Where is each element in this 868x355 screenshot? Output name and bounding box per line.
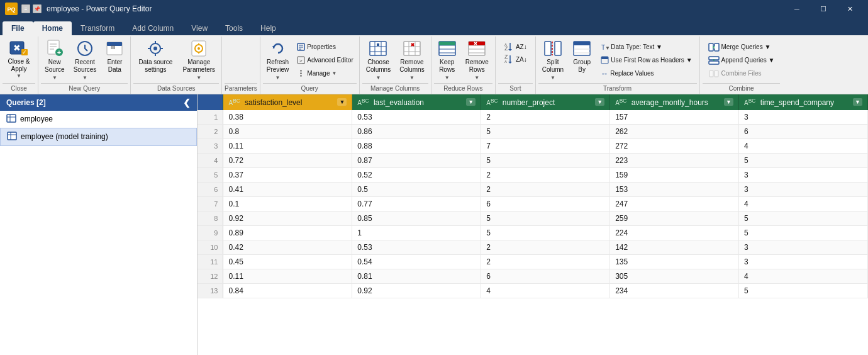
svg-text:✓: ✓ <box>22 49 27 55</box>
sidebar-collapse-button[interactable]: ❮ <box>183 98 191 108</box>
manage-button[interactable]: Manage ▼ <box>294 68 356 79</box>
new-source-button[interactable]: + NewSource ▼ <box>41 38 69 83</box>
properties-button[interactable]: Properties <box>294 42 356 52</box>
svg-marker-69 <box>508 62 512 64</box>
col-dropdown-num-project[interactable]: ▼ <box>595 98 604 106</box>
minimize-button[interactable]: ─ <box>784 0 810 18</box>
table-cell: 4 <box>739 269 868 283</box>
table-row: 110.450.5421353 <box>198 254 868 269</box>
group-by-button[interactable]: GroupBy <box>569 38 595 83</box>
col-dropdown-satisfaction[interactable]: ▼ <box>337 98 347 106</box>
table-cell: 0.38 <box>223 110 352 125</box>
ribbon-group-datasources: Data source settings ManageParameters ▼ … <box>131 37 222 94</box>
use-first-row-label: Use First Row as Headers ▼ <box>611 57 692 64</box>
col-header-last-eval[interactable]: ABC last_evaluation ▼ <box>352 94 481 110</box>
table-cell: 0.42 <box>223 240 352 254</box>
col-header-satisfaction[interactable]: ABC satisfaction_level ▼ <box>223 94 352 110</box>
sort-descending-button[interactable]: Z A ZA↓ <box>501 53 530 65</box>
query-item-employee-model[interactable]: employee (model training) <box>0 128 197 146</box>
refresh-preview-button[interactable]: RefreshPreview ▼ <box>263 38 293 83</box>
table-row: 90.89152245 <box>198 225 868 240</box>
table-cell: 0.5 <box>352 182 481 196</box>
pin-btn[interactable]: 📌 <box>33 4 42 13</box>
split-column-button[interactable]: SplitColumn ▼ <box>538 38 567 83</box>
table-cell: 0.41 <box>223 182 352 196</box>
table-cell: 6 <box>739 124 868 138</box>
row-number: 13 <box>198 283 223 298</box>
ribbon-tabs: File Home Transform Add Column View Tool… <box>0 18 868 35</box>
ribbon-group-query: RefreshPreview ▼ Properties >_ Advanced … <box>260 37 360 94</box>
append-queries-button[interactable]: Append Queries ▼ <box>705 55 778 66</box>
combine-files-button: Combine Files <box>705 68 778 79</box>
append-queries-label: Append Queries ▼ <box>721 57 775 64</box>
window-menu-btn[interactable]: ≡ <box>21 4 30 13</box>
svg-rect-88 <box>709 70 713 77</box>
recent-sources-button[interactable]: RecentSources ▼ <box>70 38 101 83</box>
table-cell: 0.53 <box>352 110 481 125</box>
tab-view[interactable]: View <box>182 21 216 35</box>
svg-text:⊕: ⊕ <box>713 45 718 50</box>
svg-rect-90 <box>7 115 16 122</box>
col-header-time-spend[interactable]: ABC time_spend_company ▼ <box>739 94 868 110</box>
table-cell: 4 <box>739 196 868 211</box>
svg-text:PQ: PQ <box>7 6 15 13</box>
table-cell: 1 <box>352 225 481 240</box>
ribbon-group-reduce-rows: KeepRows ▼ RemoveRows ▼ <box>431 37 496 94</box>
svg-rect-81 <box>709 43 713 51</box>
close-button[interactable]: ✕ <box>837 0 863 18</box>
keep-rows-button[interactable]: KeepRows ▼ <box>434 38 460 83</box>
table-cell: 4 <box>739 138 868 153</box>
row-number: 2 <box>198 124 223 138</box>
remove-rows-button[interactable]: RemoveRows ▼ <box>462 38 492 83</box>
tab-transform[interactable]: Transform <box>72 21 123 35</box>
row-number: 1 <box>198 110 223 125</box>
svg-rect-42 <box>377 43 379 46</box>
svg-point-34 <box>301 70 302 72</box>
ribbon-group-transform-label: Transform <box>538 83 697 94</box>
tab-file[interactable]: File <box>3 21 33 35</box>
close-apply-button[interactable]: ✖ ✓ Close &Apply ▼ <box>3 38 35 81</box>
svg-text:A: A <box>504 60 507 64</box>
table-cell: 2 <box>481 110 610 125</box>
svg-rect-71 <box>555 42 561 55</box>
col-label-time-spend: time_spend_company <box>760 98 834 107</box>
table-cell: 224 <box>610 225 739 240</box>
tab-help[interactable]: Help <box>252 21 285 35</box>
advanced-editor-button[interactable]: >_ Advanced Editor <box>294 55 356 65</box>
table-cell: 157 <box>610 110 739 125</box>
col-dropdown-avg-hours[interactable]: ▼ <box>724 98 733 106</box>
merge-queries-button[interactable]: ⊕ Merge Queries ▼ <box>705 42 778 53</box>
ribbon-group-manage-columns-label: Manage Columns <box>362 83 428 94</box>
replace-values-button[interactable]: ↔ Replace Values <box>598 68 695 79</box>
tab-tools[interactable]: Tools <box>216 21 252 35</box>
col-header-num-project[interactable]: ABC number_project ▼ <box>481 94 610 110</box>
data-type-button[interactable]: T▼ Data Type: Text ▼ <box>598 42 695 52</box>
col-dropdown-last-eval[interactable]: ▼ <box>466 98 476 106</box>
table-cell: 159 <box>610 167 739 182</box>
row-number: 7 <box>198 196 223 211</box>
col-header-avg-hours[interactable]: ABC average_montly_hours ▼ <box>610 94 739 110</box>
col-dropdown-time-spend[interactable]: ▼ <box>853 98 862 106</box>
table-row: 20.80.8652626 <box>198 124 868 138</box>
use-first-row-button[interactable]: Use First Row as Headers ▼ <box>598 55 695 65</box>
ribbon-group-reduce-rows-label: Reduce Rows <box>434 83 492 94</box>
tab-add-column[interactable]: Add Column <box>123 21 182 35</box>
window-menu: ≡ 📌 <box>21 4 42 13</box>
manage-parameters-button[interactable]: ManageParameters ▼ <box>179 38 219 83</box>
queries-sidebar: Queries [2] ❮ employee employee <box>0 94 198 355</box>
svg-text:▤: ▤ <box>111 44 116 50</box>
table-cell: 0.86 <box>352 124 481 138</box>
table-cell: 2 <box>481 254 610 269</box>
sort-ascending-button[interactable]: A Z AZ↓ <box>501 40 530 53</box>
tab-home[interactable]: Home <box>33 21 72 35</box>
maximize-button[interactable]: ☐ <box>810 0 837 18</box>
data-source-settings-button[interactable]: Data source settings <box>133 38 177 76</box>
table-cell: 223 <box>610 153 739 167</box>
choose-columns-button[interactable]: ChooseColumns ▼ <box>362 38 394 83</box>
remove-columns-button[interactable]: RemoveColumns ▼ <box>396 38 428 83</box>
row-number: 4 <box>198 153 223 167</box>
enter-data-button[interactable]: ▤ EnterData <box>101 38 128 76</box>
query-item-employee[interactable]: employee <box>0 111 197 128</box>
window-controls: ─ ☐ ✕ <box>784 0 863 18</box>
query-table-icon-2 <box>7 132 17 142</box>
